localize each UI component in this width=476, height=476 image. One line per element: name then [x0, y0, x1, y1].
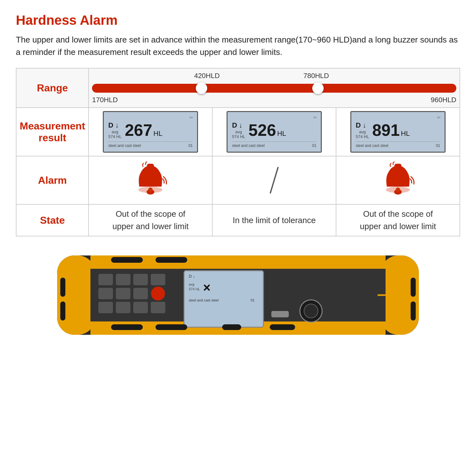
svg-point-26: [151, 287, 165, 301]
screen3-battery: ▭: [437, 115, 440, 119]
svg-text:steel and cast steel: steel and cast steel: [189, 298, 219, 302]
state-row: State Out of the scope of upper and lowe…: [16, 204, 460, 236]
alarm-cell-2: [212, 156, 336, 204]
measurement-row: Measurement result ▭ D↓ avg574 HL 267: [16, 108, 460, 156]
screen2-material: steel and cast steel: [232, 143, 265, 148]
svg-rect-24: [116, 288, 130, 299]
svg-rect-1: [147, 164, 154, 168]
slider-thumb-lower: [196, 83, 207, 94]
page-title: Hardness Alarm: [16, 13, 460, 28]
screen1-avg: avg574 HL: [108, 129, 122, 139]
range-max-label: 960HLD: [431, 96, 456, 104]
svg-rect-6: [394, 164, 401, 168]
svg-rect-47: [155, 257, 187, 263]
svg-text:D ↓: D ↓: [189, 274, 195, 279]
state-text-1: Out of the scope of upper and lower limi…: [92, 208, 209, 233]
state-text-3: Out of the scope of upper and lower limi…: [340, 208, 456, 233]
svg-rect-23: [98, 288, 113, 299]
svg-rect-25: [133, 288, 148, 299]
screen2-value: 526: [248, 121, 276, 139]
alarm-cell-3: [336, 156, 460, 204]
alarm-table: Range 420HLD 780HLD 170HLD 960HLD: [16, 68, 460, 236]
screen3-count: 01: [436, 143, 440, 148]
screen2-mode: D↓: [232, 121, 245, 129]
screen1-battery: ▭: [189, 115, 193, 119]
screen3-material: steel and cast steel: [356, 143, 388, 148]
device-screen-1: ▭ D↓ avg574 HL 267 HL steel and cast: [103, 111, 198, 153]
svg-rect-45: [270, 324, 295, 330]
bell-icon-1: [92, 160, 209, 201]
svg-rect-22: [151, 274, 165, 285]
svg-rect-16: [60, 301, 65, 321]
range-label-780: 780HLD: [303, 72, 329, 80]
device-screen-2: ▭ D↓ avg574 HL 526 HL steel and cast: [227, 111, 322, 153]
device-section: D ↓ avg 574 HL × steel and cast steel 01: [16, 249, 460, 341]
slider-track: [92, 84, 456, 93]
svg-rect-28: [116, 302, 130, 313]
svg-rect-20: [116, 274, 130, 285]
screen-cell-1: ▭ D↓ avg574 HL 267 HL steel and cast: [89, 108, 212, 156]
screen1-unit: HL: [154, 129, 162, 137]
screen2-unit: HL: [277, 129, 286, 137]
svg-rect-42: [111, 324, 143, 330]
svg-rect-38: [271, 311, 289, 317]
slider-thumb-upper: [312, 83, 324, 94]
range-label: Range: [16, 68, 89, 108]
range-labels-bottom: 170HLD 960HLD: [92, 96, 456, 104]
svg-rect-27: [98, 302, 113, 313]
no-alarm-icon: [216, 160, 333, 201]
svg-rect-21: [133, 274, 148, 285]
screen3-mode: D↓: [356, 121, 369, 129]
svg-rect-43: [155, 324, 187, 330]
screen-cell-3: ▭ D↓ avg574 HL 891 HL steel and cast: [336, 108, 460, 156]
svg-text:avg: avg: [189, 282, 195, 286]
svg-rect-19: [98, 274, 113, 285]
device-screen-3: ▭ D↓ avg574 HL 891 HL steel and cast: [350, 111, 446, 153]
state-cell-3: Out of the scope of upper and lower limi…: [336, 204, 460, 236]
svg-rect-44: [222, 324, 241, 330]
svg-text:574 HL: 574 HL: [189, 287, 200, 291]
bell-icon-2: [340, 160, 456, 201]
state-cell-1: Out of the scope of upper and lower limi…: [89, 204, 212, 236]
svg-rect-46: [111, 257, 143, 263]
svg-rect-30: [151, 302, 165, 313]
svg-text:01: 01: [251, 298, 255, 302]
range-label-420: 420HLD: [194, 72, 220, 80]
alarm-row: Alarm: [16, 156, 460, 204]
state-text-2: In the limit of tolerance: [216, 214, 333, 227]
state-cell-2: In the limit of tolerance: [212, 204, 336, 236]
screen1-count: 01: [188, 143, 193, 148]
range-cell: 420HLD 780HLD 170HLD 960HLD: [89, 68, 460, 108]
screen-cell-2: ▭ D↓ avg574 HL 526 HL steel and cast: [212, 108, 336, 156]
range-min-label: 170HLD: [92, 96, 118, 104]
svg-rect-15: [60, 278, 65, 297]
svg-point-3: [148, 188, 153, 192]
screen1-value: 267: [125, 121, 152, 139]
state-label: State: [16, 204, 89, 236]
device-illustration: D ↓ avg 574 HL × steel and cast steel 01: [32, 249, 444, 341]
svg-rect-29: [133, 302, 148, 313]
screen3-avg: avg574 HL: [356, 129, 369, 139]
svg-point-40: [304, 304, 318, 318]
svg-rect-17: [411, 278, 416, 297]
screen2-avg: avg574 HL: [232, 129, 245, 139]
alarm-label: Alarm: [16, 156, 89, 204]
screen3-unit: HL: [401, 129, 410, 137]
screen1-material: steel and cast steel: [108, 143, 141, 148]
measurement-label: Measurement result: [16, 108, 89, 156]
alarm-cell-1: [89, 156, 212, 204]
screen1-mode: D↓: [108, 121, 122, 129]
svg-point-8: [396, 188, 400, 192]
range-row: Range 420HLD 780HLD 170HLD 960HLD: [16, 68, 460, 108]
screen2-count: 01: [312, 143, 316, 148]
screen2-battery: ▭: [313, 115, 316, 119]
screen3-value: 891: [372, 121, 400, 139]
svg-rect-18: [411, 301, 416, 321]
svg-text:×: ×: [203, 281, 210, 294]
svg-line-4: [270, 168, 278, 193]
description: The upper and lower limits are set in ad…: [16, 34, 460, 58]
